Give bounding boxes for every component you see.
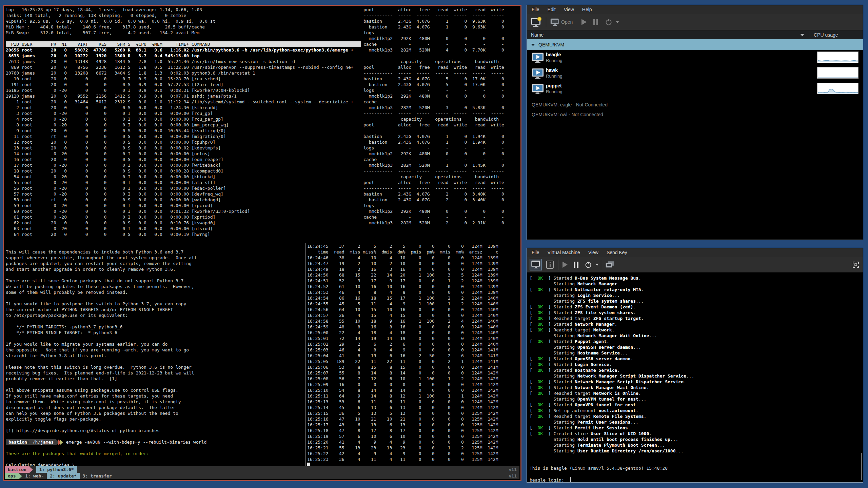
pool-row: logs - - - - - - xyxy=(363,30,519,36)
column-separator[interactable] xyxy=(809,30,809,39)
connection-row-owl-disconnected[interactable]: QEMU/KVM: owl - Not Connected xyxy=(527,109,863,119)
console-scrollbar[interactable] xyxy=(861,453,862,480)
arcstat-row: 16:25:00 22 4 18 4 18 0 0 0 0 124M 140M xyxy=(307,330,519,336)
open-vm-button[interactable]: Open xyxy=(550,18,573,26)
tmux-session-ops[interactable]: ops xyxy=(5,473,19,479)
run-vm-button[interactable] xyxy=(581,19,587,25)
menu-view[interactable]: View xyxy=(588,250,598,255)
menu-file[interactable]: File xyxy=(532,7,539,12)
arcstat-row: 16:24:50 68 15 22 14 20 1 100 3 5 124M 1… xyxy=(307,272,519,278)
emerge-text-line xyxy=(6,295,305,301)
pool-row: mmcblk1p2 292K 480M 0 0 0 0 xyxy=(363,208,519,214)
boot-message-line: [ OK ] Started Login Service. xyxy=(530,362,863,367)
pool-capacity-header: capacity operations bandwidth xyxy=(363,59,519,64)
boot-message-line: Starting Network Manager Wait Online... xyxy=(530,333,863,339)
fullscreen-button[interactable] xyxy=(852,261,860,268)
powerline-arrow-icon xyxy=(19,473,22,479)
top-columns-header: PID USER PR NI VIRT RES SHR S %CPU %MEM … xyxy=(6,41,361,47)
boot-message-line: Starting OpenSSH server daemon... xyxy=(530,344,863,350)
play-icon xyxy=(563,262,568,268)
menu-send-key[interactable]: Send Key xyxy=(607,250,627,255)
pane-divider-horizontal[interactable] xyxy=(5,242,519,242)
shutdown-menu-caret-icon[interactable] xyxy=(595,264,599,266)
menu-file[interactable]: File xyxy=(532,250,539,255)
menu-view[interactable]: View xyxy=(564,7,574,12)
tmux-window-transfer[interactable]: 3: transfer xyxy=(80,473,115,479)
shutdown-button[interactable] xyxy=(585,261,592,268)
guest-console-output[interactable]: [ OK ] Started D-Bus System Message Bus.… xyxy=(527,272,863,482)
boot-message-line: [ OK ] Started Puppet agent. xyxy=(530,339,863,344)
arcstat-row: 16:25:06 53 8 15 8 15 0 0 0 0 124M 141M xyxy=(307,364,519,370)
arcstat-row: 16:24:45 37 2 5 2 5 0 0 0 0 124M 139M xyxy=(307,243,519,249)
new-vm-button[interactable] xyxy=(530,16,542,28)
column-cpu-usage[interactable]: CPU usage xyxy=(814,32,838,38)
connection-row-qemu-kvm[interactable]: QEMU/KVM xyxy=(527,39,863,50)
menu-help[interactable]: Help xyxy=(582,7,592,12)
expander-caret-icon[interactable] xyxy=(531,44,535,46)
show-details-button[interactable] xyxy=(546,260,554,269)
pane-divider-vertical-bottom[interactable] xyxy=(305,243,306,467)
pane-divider-vertical-top[interactable] xyxy=(362,7,362,242)
process-row: 9 root 20 0 0 0 0 S 0.0 0.0 10:55.44 [ks… xyxy=(6,128,361,134)
arcstat-row: 16:24:57 26 4 15 4 15 0 0 0 0 124M 140M xyxy=(307,312,519,318)
shutdown-vm-button[interactable] xyxy=(605,18,612,26)
emerge-note-line: These are the packages that would be mer… xyxy=(6,451,305,456)
emerge-pane: This will cause the dependencies to incl… xyxy=(6,243,305,467)
arcstat-row: 16:24:53 46 4 8 4 8 0 0 0 0 124M 139M xyxy=(307,289,519,295)
pool-columns-header: pool alloc free read write read write xyxy=(363,7,519,13)
vm-row-beagle[interactable]: beagle Running xyxy=(527,50,863,66)
vm-row-hawk[interactable]: hawk Running xyxy=(527,66,863,81)
powerline-arrow-icon xyxy=(29,467,33,473)
boot-message-line: [ OK ] Started Network Manager. xyxy=(530,321,863,327)
pause-icon xyxy=(574,262,578,268)
pool-row: cache - - - - - - xyxy=(363,214,519,220)
column-name[interactable]: Name xyxy=(531,32,544,38)
tmux-session-bastion[interactable]: bastion xyxy=(5,466,29,473)
boot-message-line: [ OK ] Started Network Manager Wait Onli… xyxy=(530,385,863,390)
tmux-window-update[interactable]: 2: update* xyxy=(47,473,79,479)
process-row: 60 root 0 -20 0 0 0 I 0.0 0.0 0:01.32 [k… xyxy=(6,208,361,214)
pool-row: logs - - - - - - xyxy=(363,87,519,93)
boot-message-line: [ OK ] Started Hostname Service. xyxy=(530,367,863,373)
arcstat-row: 16:24:47 19 2 10 2 10 0 0 0 0 124M 139M xyxy=(307,261,519,266)
arcstat-row: 16:25:17 43 6 13 6 13 0 0 0 0 125M 142M xyxy=(307,422,519,428)
tmux-status-right: v11 xyxy=(509,467,517,472)
menu-virtual-machine[interactable]: Virtual Machine xyxy=(548,250,580,255)
pool-divider: ----------- ----- ----- ----- ----- ----… xyxy=(363,53,519,59)
process-row: 20656 root 20 0 58072 47780 5260 R 88.1 … xyxy=(6,47,361,53)
shutdown-menu-caret-icon[interactable] xyxy=(616,21,619,23)
vm-row-puppet[interactable]: puppet Running xyxy=(527,81,863,97)
menu-edit[interactable]: Edit xyxy=(548,7,556,12)
arcstat-row: 16:25:01 72 14 19 14 19 0 0 0 0 124M 140… xyxy=(307,336,519,341)
pool-row: cache - - - - - - xyxy=(363,157,519,162)
emerge-text-line: the opposite. Note that if you are runni… xyxy=(6,347,305,353)
virtual-displays-button[interactable] xyxy=(605,261,615,269)
pause-button[interactable] xyxy=(574,262,578,268)
emerge-text-line: If you would like to postpone the switch… xyxy=(6,301,305,307)
arcstat-row: 16:25:05 189 22 11 22 11 0 0 2 1 124M 14… xyxy=(307,359,519,364)
pool-row: bastion 2.43G 4.07G 1 0 1.94K 0 xyxy=(363,134,519,139)
connection-row-eagle-disconnected[interactable]: QEMU/KVM: eagle - Not Connected xyxy=(527,100,863,109)
process-row: 18 root 20 0 0 0 0 S 0.0 0.0 0:00.28 [kc… xyxy=(6,168,361,174)
arcstat-row: 16:25:02 29 2 6 2 6 0 0 0 0 124M 140M xyxy=(307,341,519,347)
pause-vm-button[interactable] xyxy=(593,19,598,25)
tmux-status-bar: bastion 1: python3.6* v11 ops 1: web- 2:… xyxy=(5,466,519,479)
play-icon xyxy=(581,19,587,25)
boot-message-line: Starting Network Manager Script Dispatch… xyxy=(530,373,863,379)
pool-divider: ----------- ----- ----- ----- ----- ----… xyxy=(363,226,519,231)
tmux-window-web[interactable]: 1: web- xyxy=(22,473,47,479)
tmux-window-python36[interactable]: 1: python3.6* xyxy=(36,466,77,473)
emerge-text-line xyxy=(6,422,305,428)
top-summary-line: %Cpu(s): 92.5 us, 6.6 sy, 0.0 ni, 0.0 id… xyxy=(6,18,361,24)
boot-message-line: Starting Hold until boot process finishe… xyxy=(530,436,863,442)
guest-banner-line: This is beagle (Linux armv7l 5.4.38-gent… xyxy=(530,465,863,471)
emerge-text-line xyxy=(6,359,305,364)
show-console-button[interactable] xyxy=(530,259,542,270)
process-row: 869 root 20 0 8756 2236 1612 S 1.8 0.5 1… xyxy=(6,64,361,70)
pool-divider: ----------- ----- ----- ----- ----- ----… xyxy=(363,168,519,174)
terminal-window: top - 16:25:23 up 17 days, 18:44, 1 user… xyxy=(3,5,521,481)
run-button[interactable] xyxy=(563,262,568,268)
monitor-icon xyxy=(550,18,559,26)
process-row: 17 root 0 -20 0 0 0 I 0.0 0.0 0:00.00 [w… xyxy=(6,162,361,168)
boot-message-line: Starting ZFS file system shares... xyxy=(530,298,863,304)
